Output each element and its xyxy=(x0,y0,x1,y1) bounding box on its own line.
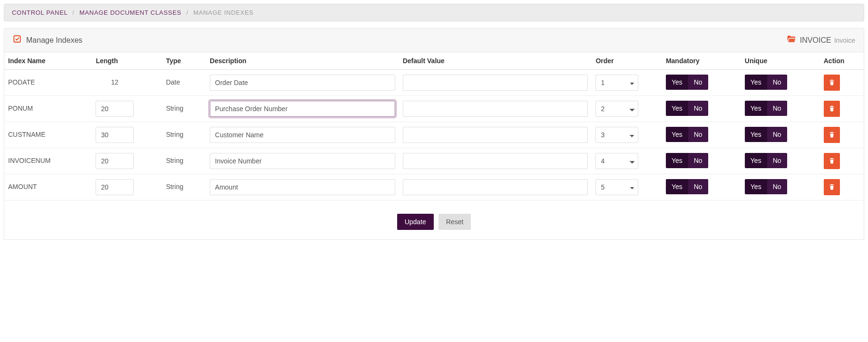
breadcrumb: CONTROL PANEL / MANAGE DOCUMENT CLASSES … xyxy=(4,4,864,21)
unique-yes-button[interactable]: Yes xyxy=(745,75,767,90)
th-order: Order xyxy=(592,52,662,70)
delete-button[interactable] xyxy=(824,179,840,195)
mandatory-no-button[interactable]: No xyxy=(688,153,708,168)
trash-icon xyxy=(829,183,835,191)
mandatory-yes-button[interactable]: Yes xyxy=(666,127,688,142)
order-select[interactable]: 4 xyxy=(595,153,638,169)
unique-no-button[interactable]: No xyxy=(767,75,787,90)
order-select[interactable]: 3 xyxy=(595,127,638,143)
description-input[interactable] xyxy=(210,75,395,91)
unique-toggle: YesNo xyxy=(745,101,787,116)
mandatory-no-button[interactable]: No xyxy=(688,101,708,116)
breadcrumb-separator: / xyxy=(186,9,188,16)
mandatory-toggle: YesNo xyxy=(666,75,708,90)
mandatory-toggle: YesNo xyxy=(666,179,708,194)
trash-icon xyxy=(829,157,835,165)
unique-yes-button[interactable]: Yes xyxy=(745,127,767,142)
mandatory-yes-button[interactable]: Yes xyxy=(666,179,688,194)
unique-no-button[interactable]: No xyxy=(767,153,787,168)
mandatory-no-button[interactable]: No xyxy=(688,75,708,90)
unique-no-button[interactable]: No xyxy=(767,101,787,116)
unique-yes-button[interactable]: Yes xyxy=(745,101,767,116)
mandatory-toggle: YesNo xyxy=(666,101,708,116)
breadcrumb-separator: / xyxy=(72,9,74,16)
unique-no-button[interactable]: No xyxy=(767,127,787,142)
mandatory-no-button[interactable]: No xyxy=(688,179,708,194)
delete-button[interactable] xyxy=(824,75,840,91)
type-value: String xyxy=(166,153,184,164)
unique-no-button[interactable]: No xyxy=(767,179,787,194)
length-input[interactable] xyxy=(96,179,134,195)
th-type: Type xyxy=(162,52,206,70)
footer-buttons: Update Reset xyxy=(4,200,864,239)
table-header-row: Index Name Length Type Description Defau… xyxy=(4,52,864,70)
th-index-name: Index Name xyxy=(4,52,92,70)
delete-button[interactable] xyxy=(824,101,840,117)
th-action: Action xyxy=(820,52,864,70)
unique-toggle: YesNo xyxy=(745,179,787,194)
type-value: Date xyxy=(166,75,180,86)
type-value: String xyxy=(166,101,184,112)
th-description: Description xyxy=(206,52,399,70)
breadcrumb-link-manage-doc-classes[interactable]: MANAGE DOCUMENT CLASSES xyxy=(79,9,182,16)
doc-code: INVOICE xyxy=(800,36,831,45)
reset-button[interactable]: Reset xyxy=(439,214,471,230)
index-name-value: PODATE xyxy=(8,75,35,86)
mandatory-yes-button[interactable]: Yes xyxy=(666,75,688,90)
index-name-value: AMOUNT xyxy=(8,179,37,190)
index-name-value: INVOICENUM xyxy=(8,153,50,164)
length-input[interactable] xyxy=(96,101,134,117)
unique-toggle: YesNo xyxy=(745,75,787,90)
panel-doc-info: INVOICE Invoice xyxy=(787,34,855,46)
th-mandatory: Mandatory xyxy=(662,52,741,70)
length-input[interactable] xyxy=(96,153,134,169)
type-value: String xyxy=(166,179,184,190)
check-icon xyxy=(13,35,21,46)
delete-button[interactable] xyxy=(824,153,840,169)
type-value: String xyxy=(166,127,184,138)
default-value-input[interactable] xyxy=(403,101,588,117)
length-input[interactable] xyxy=(96,127,134,143)
th-length: Length xyxy=(92,52,162,70)
table-row: PONUMString2YesNoYesNo xyxy=(4,96,864,122)
table-row: PODATE12Date1YesNoYesNo xyxy=(4,70,864,96)
order-select[interactable]: 2 xyxy=(595,101,638,117)
description-input[interactable] xyxy=(210,101,395,117)
index-name-value: CUSTNAME xyxy=(8,127,46,138)
unique-toggle: YesNo xyxy=(745,127,787,142)
update-button[interactable]: Update xyxy=(397,214,434,230)
mandatory-yes-button[interactable]: Yes xyxy=(666,101,688,116)
index-name-value: PONUM xyxy=(8,101,33,112)
default-value-input[interactable] xyxy=(403,75,588,91)
breadcrumb-link-control-panel[interactable]: CONTROL PANEL xyxy=(12,9,68,16)
default-value-input[interactable] xyxy=(403,179,588,195)
panel-title-text: Manage Indexes xyxy=(26,36,82,45)
length-value: 12 xyxy=(96,75,134,86)
order-select[interactable]: 5 xyxy=(595,179,638,195)
unique-toggle: YesNo xyxy=(745,153,787,168)
trash-icon xyxy=(829,79,835,87)
default-value-input[interactable] xyxy=(403,153,588,169)
description-input[interactable] xyxy=(210,127,395,143)
indexes-table: Index Name Length Type Description Defau… xyxy=(4,52,864,200)
delete-button[interactable] xyxy=(824,127,840,143)
unique-yes-button[interactable]: Yes xyxy=(745,153,767,168)
mandatory-toggle: YesNo xyxy=(666,127,708,142)
doc-name: Invoice xyxy=(834,37,855,44)
trash-icon xyxy=(829,105,835,113)
order-select[interactable]: 1 xyxy=(595,75,638,91)
breadcrumb-current: MANAGE INDEXES xyxy=(193,9,254,16)
table-row: CUSTNAMEString3YesNoYesNo xyxy=(4,122,864,148)
mandatory-yes-button[interactable]: Yes xyxy=(666,153,688,168)
trash-icon xyxy=(829,131,835,139)
th-unique: Unique xyxy=(741,52,820,70)
mandatory-toggle: YesNo xyxy=(666,153,708,168)
folder-open-icon xyxy=(787,34,796,46)
panel-header: Manage Indexes INVOICE Invoice xyxy=(4,28,864,52)
description-input[interactable] xyxy=(210,153,395,169)
mandatory-no-button[interactable]: No xyxy=(688,127,708,142)
default-value-input[interactable] xyxy=(403,127,588,143)
unique-yes-button[interactable]: Yes xyxy=(745,179,767,194)
description-input[interactable] xyxy=(210,179,395,195)
table-row: INVOICENUMString4YesNoYesNo xyxy=(4,148,864,174)
